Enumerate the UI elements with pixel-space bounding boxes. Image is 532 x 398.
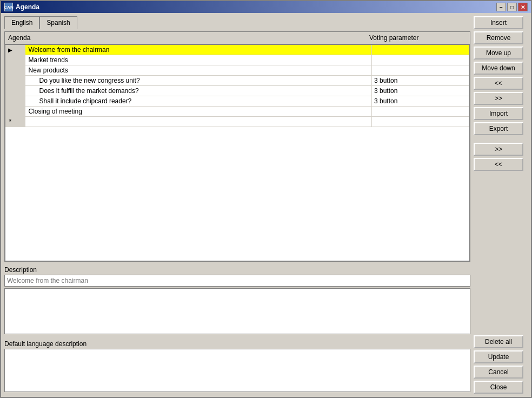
remove-button[interactable]: Remove [474, 31, 523, 44]
right-right-button[interactable]: >> [474, 92, 523, 105]
description-label: Description [4, 266, 470, 274]
title-bar: CAN Agenda − □ ✕ [1, 1, 531, 13]
export-button[interactable]: Export [474, 122, 523, 135]
tab-english[interactable]: English [4, 16, 39, 29]
row-level-cell [15, 117, 25, 127]
row-arrow-cell [5, 107, 15, 117]
left-panel: English Spanish Agenda Voting parameter [4, 16, 470, 394]
tabs-container: English Spanish [4, 16, 470, 29]
app-icon: CAN [4, 3, 13, 11]
close-window-button[interactable]: ✕ [518, 3, 528, 11]
agenda-table-container: ▶Welcome from the chairmanMarket trendsN… [5, 44, 470, 261]
minimize-button[interactable]: − [496, 3, 506, 11]
maximize-button[interactable]: □ [507, 3, 517, 11]
default-language-textarea[interactable] [4, 349, 470, 392]
row-text-cell[interactable]: New products [25, 65, 372, 76]
row-text-cell[interactable]: Market trends [25, 55, 372, 65]
row-text-cell[interactable]: Shall it include chipcard reader? [25, 96, 372, 107]
close-button[interactable]: Close [474, 381, 523, 394]
cancel-button[interactable]: Cancel [474, 366, 523, 379]
description-textarea[interactable] [4, 288, 470, 334]
row-arrow-cell [5, 96, 15, 107]
tab-content: Agenda Voting parameter ▶Welcome from th… [4, 31, 470, 262]
agenda-table: ▶Welcome from the chairmanMarket trendsN… [5, 45, 469, 127]
row-level-cell [15, 86, 25, 96]
row-arrow-cell [5, 76, 15, 86]
window-title: Agenda [16, 3, 39, 11]
col-agenda-header: Agenda [8, 34, 369, 42]
col-voting-header: Voting parameter [369, 34, 467, 42]
tab-spanish[interactable]: Spanish [39, 16, 77, 29]
description-section: Description [4, 266, 470, 336]
content-area: English Spanish Agenda Voting parameter [1, 13, 531, 397]
row-voting-cell [372, 107, 469, 117]
row-arrow-cell: * [5, 117, 15, 127]
right-panel: Insert Remove Move up Move down << >> Im… [474, 16, 528, 394]
row-voting-cell [372, 55, 469, 65]
row-level-cell [15, 96, 25, 107]
move-down-button[interactable]: Move down [474, 62, 523, 75]
import-button[interactable]: Import [474, 107, 523, 120]
left-left-2-button[interactable]: << [474, 158, 523, 171]
row-level-cell [15, 76, 25, 86]
default-language-label: Default language description [4, 340, 470, 348]
left-left-button[interactable]: << [474, 77, 523, 90]
row-voting-cell: 3 button [372, 76, 469, 86]
default-language-section: Default language description [4, 340, 470, 394]
main-layout: English Spanish Agenda Voting parameter [4, 16, 528, 394]
agenda-header: Agenda Voting parameter [5, 32, 470, 44]
title-buttons: − □ ✕ [496, 3, 528, 11]
row-arrow-cell: ▶ [5, 45, 15, 55]
row-level-cell [15, 65, 25, 76]
move-up-button[interactable]: Move up [474, 47, 523, 59]
row-voting-cell [372, 45, 469, 55]
update-button[interactable]: Update [474, 350, 523, 363]
row-text-cell[interactable]: Do you like the new congress unit? [25, 76, 372, 86]
row-arrow-cell [5, 55, 15, 65]
row-voting-cell: 3 button [372, 86, 469, 96]
row-arrow-cell [5, 86, 15, 96]
row-level-cell [15, 45, 25, 55]
row-arrow-cell [5, 65, 15, 76]
insert-button[interactable]: Insert [474, 16, 523, 29]
title-bar-left: CAN Agenda [4, 3, 39, 11]
right-right-2-button[interactable]: >> [474, 143, 523, 156]
row-level-cell [15, 55, 25, 65]
row-voting-cell [372, 65, 469, 76]
row-text-cell[interactable]: Welcome from the chairman [25, 45, 372, 55]
row-text-cell[interactable]: Does it fulfill the market demands? [25, 86, 372, 96]
delete-all-button[interactable]: Delete all [474, 335, 523, 348]
row-text-cell[interactable]: Closing of meeting [25, 107, 372, 117]
description-input[interactable] [4, 275, 470, 287]
main-window: CAN Agenda − □ ✕ English Spanish [0, 0, 532, 398]
row-voting-cell [372, 117, 469, 127]
row-level-cell [15, 107, 25, 117]
row-voting-cell: 3 button [372, 96, 469, 107]
row-text-cell[interactable] [25, 117, 372, 127]
